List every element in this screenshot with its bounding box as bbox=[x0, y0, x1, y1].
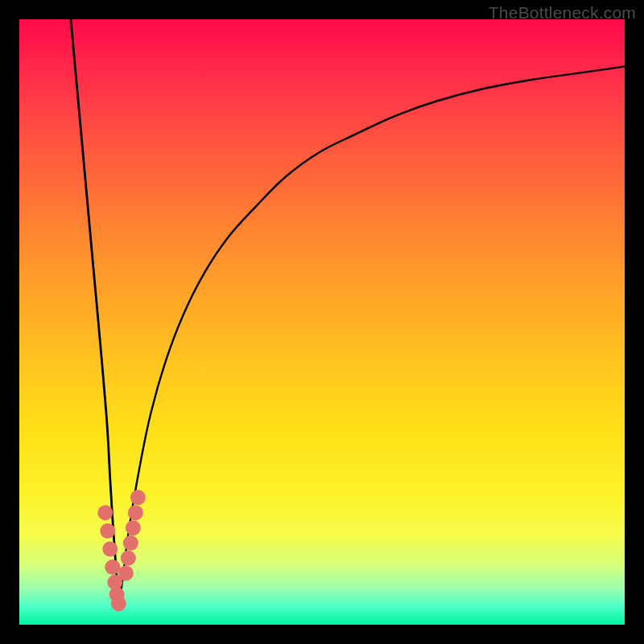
plot-area bbox=[19, 19, 625, 625]
markers-left-point bbox=[97, 505, 113, 520]
markers-left-point bbox=[102, 542, 118, 557]
curves-layer bbox=[19, 19, 625, 625]
markers-right-point bbox=[130, 490, 146, 506]
markers-right-point bbox=[118, 566, 134, 581]
markers-right-point bbox=[123, 535, 138, 551]
markers-left-point bbox=[105, 559, 120, 575]
right-branch bbox=[118, 67, 625, 607]
markers-right-point bbox=[126, 520, 141, 535]
watermark-text: TheBottleneck.com bbox=[489, 3, 636, 23]
chart-frame: TheBottleneck.com bbox=[0, 0, 644, 644]
left-branch bbox=[71, 19, 118, 606]
markers-left-point bbox=[100, 523, 115, 539]
markers-right-point bbox=[128, 505, 143, 520]
markers-left-point bbox=[111, 596, 126, 611]
markers-right-point bbox=[121, 551, 136, 566]
